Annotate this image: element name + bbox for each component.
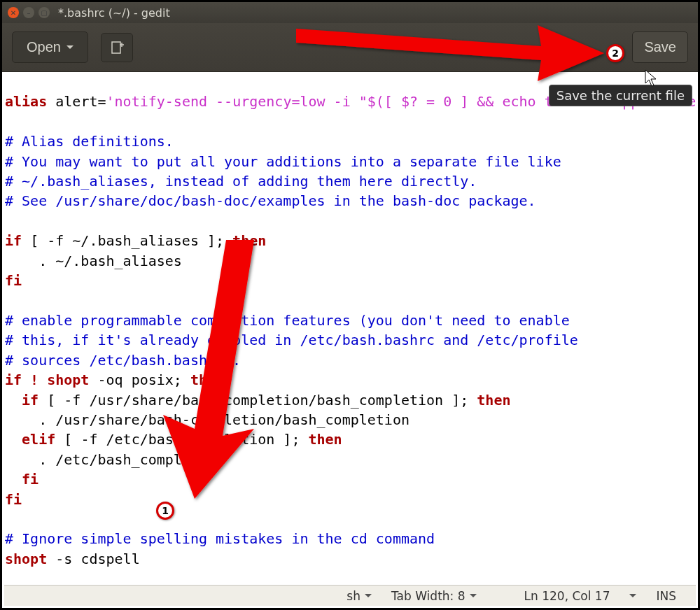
code-token: [ -f ~/.bash_aliases ]; [30, 232, 232, 249]
chevron-down-icon [629, 594, 636, 597]
save-button-label: Save [644, 39, 676, 55]
code-token: [ -f /usr/share/bash-completion/bash_com… [47, 392, 477, 409]
code-token: then [309, 431, 342, 448]
chevron-down-icon [470, 594, 477, 597]
code-token: elif [5, 431, 64, 448]
code-comment: # Alias definitions. # You may want to p… [5, 133, 561, 209]
code-token: fi [5, 471, 38, 488]
code-comment: # enable programmable completion feature… [5, 312, 578, 369]
language-label: sh [346, 589, 360, 603]
code-token: alias [5, 93, 47, 110]
chevron-down-icon [365, 594, 372, 597]
svg-rect-0 [112, 42, 120, 53]
code-comment: # Ignore simple spelling mistakes in the… [5, 530, 435, 547]
code-token: if [5, 392, 47, 409]
code-token: alert= [47, 93, 106, 110]
text-editor-area[interactable]: alias alert='notify-send --urgency=low -… [2, 72, 698, 577]
insert-mode[interactable]: INS [646, 589, 686, 603]
code-token: fi [5, 272, 22, 289]
save-tooltip: Save the current file [549, 85, 692, 106]
code-token: then [477, 392, 510, 409]
cursor-position: Ln 120, Col 17 [514, 589, 620, 603]
code-token: [ -f /etc/bash_completion ]; [64, 431, 308, 448]
tab-width-selector[interactable]: Tab Width: 8 [382, 589, 486, 603]
open-button-label: Open [27, 39, 61, 55]
tab-width-label: Tab Width: 8 [391, 589, 465, 603]
chevron-down-icon [66, 45, 74, 49]
window-title: *.bashrc (~/) - gedit [58, 6, 170, 20]
code-token: -oq posix; [89, 371, 190, 388]
maximize-window-button[interactable]: ▢ [38, 7, 50, 18]
code-token: then [190, 371, 224, 388]
code-token: fi [5, 491, 22, 508]
tooltip-text: Save the current file [556, 88, 685, 103]
close-window-button[interactable]: ✕ [8, 7, 19, 18]
status-bar: sh Tab Width: 8 Ln 120, Col 17 INS [4, 585, 696, 606]
open-button[interactable]: Open [12, 31, 88, 63]
code-token: then [232, 232, 266, 249]
insert-mode-label: INS [656, 589, 676, 603]
code-token: if ! shopt [5, 371, 89, 388]
save-button[interactable]: Save [632, 31, 688, 63]
minimize-window-button[interactable]: – [23, 7, 34, 18]
window-controls: ✕ – ▢ [8, 7, 50, 18]
cursor-position-label: Ln 120, Col 17 [524, 589, 610, 603]
code-token: . /etc/bash_completion [5, 451, 224, 468]
new-document-icon [110, 41, 124, 55]
code-token: shopt [5, 551, 47, 567]
language-selector[interactable]: sh [337, 589, 382, 603]
header-toolbar: Open Save [2, 23, 698, 72]
code-token: . /usr/share/bash-completion/bash_comple… [5, 411, 410, 428]
cursor-indicator-selector[interactable] [620, 594, 646, 597]
code-token: -s cdspell [47, 551, 139, 567]
code-token: if [5, 232, 30, 249]
title-bar: ✕ – ▢ *.bashrc (~/) - gedit [2, 2, 698, 23]
new-tab-button[interactable] [101, 33, 133, 62]
code-token: . ~/.bash_aliases [5, 253, 182, 269]
